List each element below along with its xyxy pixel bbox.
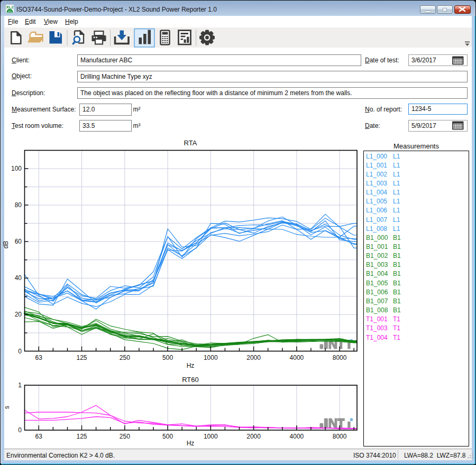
svg-text:60: 60 [15, 238, 22, 245]
svg-text:2000: 2000 [246, 354, 261, 361]
svg-text:80: 80 [15, 201, 22, 209]
svg-text:2000: 2000 [246, 433, 261, 440]
svg-text:40: 40 [15, 274, 22, 282]
svg-text:500: 500 [162, 354, 173, 361]
svg-text:RTA: RTA [184, 139, 197, 147]
svg-text:4000: 4000 [290, 354, 304, 361]
svg-text:63: 63 [35, 433, 43, 440]
svg-text:s: s [3, 406, 11, 409]
svg-text:Measurements: Measurements [393, 142, 439, 150]
svg-text:4000: 4000 [290, 433, 304, 440]
svg-text:125: 125 [76, 354, 87, 361]
svg-text:dB: dB [2, 241, 10, 249]
svg-text:0: 0 [18, 426, 22, 434]
svg-text:8000: 8000 [333, 354, 347, 361]
svg-text:250: 250 [120, 433, 130, 440]
svg-text:250: 250 [120, 354, 130, 361]
svg-text:63: 63 [35, 354, 43, 361]
svg-text:125: 125 [76, 433, 87, 440]
svg-text:Hz: Hz [187, 440, 195, 447]
svg-text:RT60: RT60 [182, 376, 199, 384]
svg-text:1: 1 [18, 382, 22, 389]
svg-text:8000: 8000 [333, 433, 347, 440]
svg-text:100: 100 [11, 165, 22, 172]
svg-text:1000: 1000 [204, 354, 218, 361]
svg-text:500: 500 [162, 433, 173, 440]
svg-text:Hz: Hz [187, 362, 195, 369]
svg-text:20: 20 [15, 311, 22, 318]
svg-text:1000: 1000 [204, 433, 218, 440]
svg-text:0: 0 [18, 348, 22, 355]
